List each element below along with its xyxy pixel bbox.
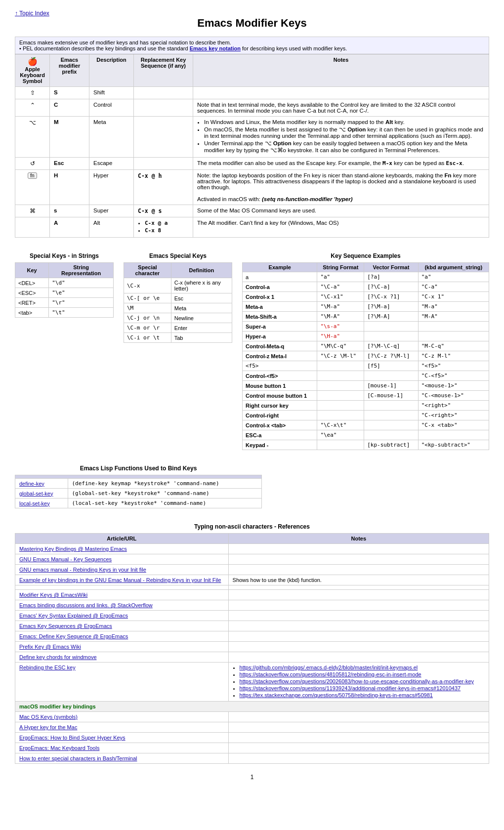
- kbd-kp: "<kp-subtract>": [418, 440, 489, 450]
- emacs-special-table: Special character Definition \C-x C-x (w…: [124, 262, 232, 343]
- symbol-control: ⌃: [15, 99, 50, 117]
- table-row: Hyper-a "\H-a": [243, 332, 489, 341]
- emacs-special-section: Emacs Special Keys Special character Def…: [124, 252, 232, 343]
- replace-control: [134, 99, 193, 117]
- table-row: ⌘ s Super C-x @ s Some of the Mac OS Com…: [15, 205, 489, 217]
- vf-ca: [?\C-a]: [364, 282, 418, 292]
- replace-meta: [134, 117, 193, 158]
- page-number: 1: [15, 774, 489, 781]
- def-meta: Meta: [171, 303, 232, 313]
- ref-example-bindings: Example of key bindings in the GNU Emac …: [15, 575, 229, 585]
- prefix-escape: Esc: [50, 158, 89, 170]
- ex-ha: Hyper-a: [243, 332, 317, 341]
- sf-a: "a": [317, 272, 364, 282]
- desc-shift: Shift: [89, 87, 134, 99]
- lisp-def-define: (define-key keymap *keystroke* 'command-…: [68, 479, 262, 489]
- ref-binding-discussions: Emacs binding discussions and links. @ S…: [15, 600, 229, 611]
- vf-mb1: [mouse-1]: [364, 381, 418, 391]
- table-row: Control-Meta-q "\M\C-q" [?\M-\C-q] "M-C-…: [243, 341, 489, 351]
- rep-esc: "\e": [49, 288, 114, 298]
- lisp-def-local: (local-set-key *keystroke* 'command-name…: [68, 498, 262, 508]
- ex-cx1: Control-x 1: [243, 292, 317, 302]
- notes-example-bindings: Shows how to use the (kbd) function.: [228, 575, 489, 585]
- intro-cell: Emacs makes extensive use of modifier ke…: [15, 37, 489, 54]
- table-row: How to enter special characters in Bash/…: [15, 753, 489, 764]
- symbol-shift: ⇧: [15, 87, 50, 99]
- emacs-key-notation-link[interactable]: Emacs key notation: [190, 45, 241, 51]
- ref-mac-tools: ErgoEmacs: Mac Keyboard Tools: [15, 743, 229, 753]
- ex-ma: Meta-a: [243, 302, 317, 312]
- key-seq-title: Key Sequence Examples: [242, 252, 489, 259]
- refs-section: Typing non-ascii characters - References…: [15, 523, 489, 764]
- symbol-escape: ↺: [15, 158, 50, 170]
- sf-f5: [317, 361, 364, 371]
- special-keys-title: Special Keys - in Strings: [15, 252, 114, 259]
- notes-empty: [228, 585, 489, 590]
- kbd-cx1: "C-x 1": [418, 292, 489, 302]
- ref-define-ergo: Emacs: Define Key Sequence @ ErgoEmacs: [15, 631, 229, 642]
- sf-cmb1: [317, 391, 364, 401]
- key-del: <DEL>: [15, 278, 49, 288]
- sf-cmq: "\M\C-q": [317, 341, 364, 351]
- prefix-shift: S: [50, 87, 89, 99]
- table-header-row: Example String Format Vector Format (kbd…: [243, 263, 489, 272]
- vf-cxtab: [364, 420, 418, 430]
- ex-ca: Control-a: [243, 282, 317, 292]
- table-row: Define key chords for windmove: [15, 652, 489, 663]
- table-row: A Hyper key for the Mac: [15, 722, 489, 733]
- table-row: ⌥ M Meta In Windows and Linux, the Meta …: [15, 117, 489, 158]
- notes-shift: [193, 87, 489, 99]
- kbd-sa: [418, 322, 489, 332]
- table-row: Emacs' Key Syntax Explained @ ErgoEmacs: [15, 611, 489, 621]
- apple-logo-icon: 🍎: [28, 57, 38, 66]
- sf-esca: "\ea": [317, 430, 364, 440]
- sf-ma: "\M-a": [317, 302, 364, 312]
- vf-cx1: [?\C-x ?1]: [364, 292, 418, 302]
- notes-prefix-wiki: [228, 642, 489, 652]
- lisp-def-global: (global-set-key *keystroke* 'command-nam…: [68, 489, 262, 498]
- table-row: Right cursor key "<right>": [243, 401, 489, 411]
- col-definition: Definition: [171, 263, 232, 278]
- def-cx: C-x (where x is any letter): [171, 278, 232, 293]
- notes-define-ergo: [228, 631, 489, 642]
- table-row: <RET> "\r": [15, 298, 114, 308]
- symbol-meta: ⌥: [15, 117, 50, 158]
- char-tab: \C-i or \t: [124, 333, 171, 343]
- table-header-row: Special character Definition: [124, 263, 232, 278]
- vf-sa: [364, 322, 418, 332]
- kbd-czml: "C-z M-l": [418, 351, 489, 361]
- col-header-desc: Description: [89, 54, 134, 87]
- ex-mb1: Mouse button 1: [243, 381, 317, 391]
- middle-sections: Special Keys - in Strings Key StringRepr…: [15, 252, 489, 450]
- prefix-meta: M: [50, 117, 89, 158]
- vf-kp: [kp-subtract]: [364, 440, 418, 450]
- desc-control: Control: [89, 99, 134, 117]
- replace-shift: [134, 87, 193, 99]
- lisp-table: define-key (define-key keymap *keystroke…: [15, 475, 262, 508]
- table-row: GNU Emacs Manual - Key Sequences: [15, 554, 489, 565]
- ex-cmb1: Control mouse button 1: [243, 391, 317, 401]
- sf-msa: "\M-A": [317, 312, 364, 322]
- prefix-control: C: [50, 99, 89, 117]
- kbd-cxtab: "C-x <tab>": [418, 420, 489, 430]
- vf-msa: [?\M-A]: [364, 312, 418, 322]
- col-header-symbol: 🍎 Apple Keyboard Symbol: [15, 54, 50, 87]
- ref-super-hyper: ErgoEmacs: How to Bind Super Hyper Keys: [15, 733, 229, 743]
- kbd-cmb1: "C-<mouse-1>": [418, 391, 489, 401]
- ex-esca: ESC-a: [243, 430, 317, 440]
- topic-index-link[interactable]: ↑ Topic Index: [15, 10, 49, 17]
- table-row: Control mouse button 1 [C-mouse-1] "C-<m…: [243, 391, 489, 401]
- table-row: Super-a "\s-a": [243, 322, 489, 332]
- table-row: global-set-key (global-set-key *keystrok…: [15, 489, 262, 498]
- lisp-title: Emacs Lisp Functions Used to Bind Keys: [15, 465, 262, 472]
- vf-esca: [364, 430, 418, 440]
- col-vector-format: Vector Format: [364, 263, 418, 272]
- sf-sa: "\s-a": [317, 322, 364, 332]
- refs-table: Article/URL Notes Mastering Key Bindings…: [15, 533, 489, 764]
- table-row: ErgoEmacs: Mac Keyboard Tools: [15, 743, 489, 753]
- kbd-cmq: "M-C-q": [418, 341, 489, 351]
- table-row: Meta-a "\M-a" [?\M-a] "M-a": [243, 302, 489, 312]
- ex-sa: Super-a: [243, 322, 317, 332]
- table-row: Emacs binding discussions and links. @ S…: [15, 600, 489, 611]
- topic-index[interactable]: ↑ Topic Index: [15, 10, 489, 17]
